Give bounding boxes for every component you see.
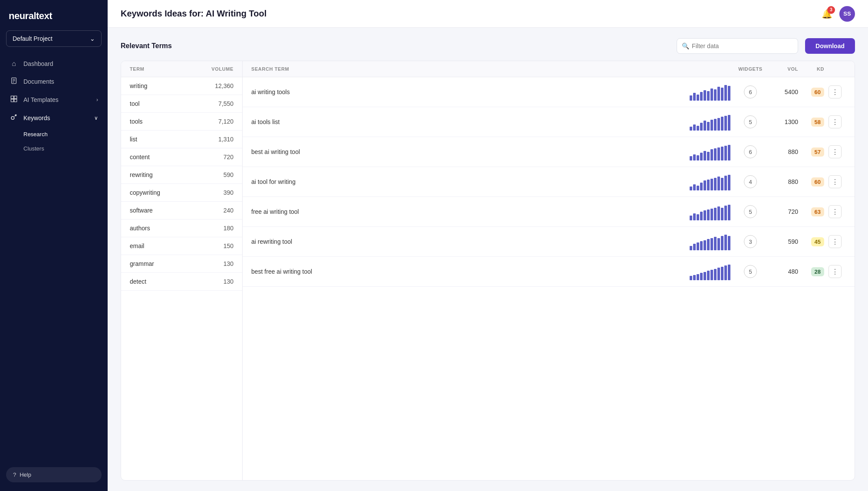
more-options-button[interactable]: ⋮	[829, 175, 842, 188]
table-row[interactable]: ai rewriting tool 3 590 45 ⋮	[243, 227, 855, 257]
row-actions: ⋮	[824, 115, 846, 128]
row-actions: ⋮	[824, 175, 846, 188]
table-row[interactable]: detect 130	[121, 273, 242, 291]
more-options-button[interactable]: ⋮	[829, 235, 842, 248]
chart-bar	[700, 273, 703, 280]
table-row[interactable]: email 150	[121, 237, 242, 255]
sidebar-item-documents[interactable]: Documents	[4, 73, 103, 90]
notification-bell[interactable]: 🔔 3	[822, 9, 832, 19]
widgets-cell: 5	[733, 205, 768, 218]
sidebar-item-research[interactable]: Research	[4, 128, 103, 141]
chart-bar	[721, 147, 723, 160]
widgets-cell: 6	[733, 145, 768, 158]
home-icon: ⌂	[10, 60, 18, 68]
term-name: list	[130, 136, 199, 143]
kd-cell: 63	[798, 207, 824, 216]
table-row[interactable]: tools 7,120	[121, 113, 242, 131]
widgets-badge: 6	[744, 145, 757, 158]
help-icon: ?	[13, 471, 16, 478]
table-row[interactable]: ai tools list 5 1300 58 ⋮	[243, 107, 855, 137]
widgets-badge: 5	[744, 205, 757, 218]
term-volume: 590	[199, 171, 233, 178]
chart-bar	[690, 276, 692, 280]
svg-rect-5	[14, 96, 17, 98]
sidebar-item-label: AI Templates	[23, 96, 59, 103]
table-row[interactable]: tool 7,550	[121, 95, 242, 113]
kd-badge: 60	[811, 177, 824, 187]
table-row[interactable]: copywriting 390	[121, 184, 242, 202]
sidebar-item-keywords[interactable]: Keywords ∨	[4, 109, 103, 127]
more-options-button[interactable]: ⋮	[829, 115, 842, 128]
kd-badge: 58	[811, 118, 824, 127]
row-actions: ⋮	[824, 145, 846, 158]
filter-input-wrap: 🔍	[677, 38, 798, 54]
chart-bar	[724, 116, 727, 131]
filter-input[interactable]	[677, 38, 798, 54]
more-options-button[interactable]: ⋮	[829, 145, 842, 158]
search-body: ai writing tools 6 5400 60 ⋮ ai tools li…	[243, 77, 855, 287]
chart-bar	[697, 126, 699, 131]
more-options-button[interactable]: ⋮	[829, 205, 842, 218]
table-row[interactable]: free ai writing tool 5 720 63 ⋮	[243, 197, 855, 227]
chevron-down-icon: ∨	[94, 115, 98, 121]
chart-bar	[697, 186, 699, 190]
table-row[interactable]: rewriting 590	[121, 166, 242, 184]
table-row[interactable]: best free ai writing tool 5 480 28 ⋮	[243, 257, 855, 287]
chart-bar	[690, 95, 692, 101]
chart-bar	[717, 206, 720, 220]
table-row[interactable]: grammar 130	[121, 255, 242, 273]
chevron-right-icon: ›	[96, 97, 98, 103]
sidebar-sub-label: Research	[23, 131, 48, 137]
chart-bar	[721, 236, 723, 250]
trend-chart	[690, 233, 733, 250]
chart-bar	[714, 148, 717, 160]
project-selector[interactable]: Default Project ⌄	[6, 30, 102, 47]
sidebar-item-clusters[interactable]: Clusters	[4, 142, 103, 155]
table-row[interactable]: software 240	[121, 202, 242, 219]
terms-panel: TERM VOLUME writing 12,360 tool 7,550 to…	[121, 61, 243, 480]
search-term-name: ai writing tools	[251, 88, 690, 95]
trend-chart	[690, 113, 733, 131]
chart-bar	[693, 244, 696, 250]
sidebar-item-ai-templates[interactable]: AI Templates ›	[4, 91, 103, 108]
key-icon	[10, 114, 18, 122]
chart-bar	[704, 210, 706, 220]
chart-bar	[700, 241, 703, 250]
table-row[interactable]: ai writing tools 6 5400 60 ⋮	[243, 77, 855, 107]
chart-bar	[724, 85, 727, 101]
download-button[interactable]: Download	[805, 38, 855, 54]
row-actions: ⋮	[824, 205, 846, 218]
more-options-button[interactable]: ⋮	[829, 85, 842, 98]
sidebar-item-dashboard[interactable]: ⌂ Dashboard	[4, 56, 103, 72]
content-toolbar: Relevant Terms 🔍 Download	[121, 38, 855, 54]
sidebar-item-label: Keywords	[23, 115, 50, 121]
volume-col-header: VOLUME	[199, 66, 233, 72]
chart-bar	[693, 275, 696, 280]
more-options-button[interactable]: ⋮	[829, 265, 842, 278]
help-button[interactable]: ? Help	[6, 467, 102, 482]
table-row[interactable]: list 1,310	[121, 131, 242, 148]
table-row[interactable]: content 720	[121, 148, 242, 166]
avatar[interactable]: SS	[839, 6, 855, 22]
table-row[interactable]: ai tool for writing 4 880 60 ⋮	[243, 167, 855, 197]
table-row[interactable]: writing 12,360	[121, 77, 242, 95]
project-name: Default Project	[13, 35, 53, 42]
svg-point-8	[11, 117, 14, 120]
help-label: Help	[20, 471, 31, 478]
chart-bar	[693, 184, 696, 190]
table-row[interactable]: authors 180	[121, 219, 242, 237]
grid-icon	[10, 95, 18, 104]
table-row[interactable]: best ai writing tool 6 880 57 ⋮	[243, 137, 855, 167]
chart-bar	[724, 176, 727, 190]
chart-bar	[710, 88, 713, 101]
chart-bar	[714, 119, 717, 131]
trend-chart	[690, 83, 733, 101]
search-panel: SEARCH TERM WIDGETS VOL KD ai writing to…	[243, 61, 855, 480]
search-header: SEARCH TERM WIDGETS VOL KD	[243, 61, 855, 77]
term-volume: 1,310	[199, 136, 233, 143]
chart-bar	[700, 92, 703, 101]
volume-value: 590	[768, 238, 798, 245]
chart-bar	[728, 175, 730, 190]
chart-bar	[704, 180, 706, 190]
widgets-cell: 3	[733, 235, 768, 248]
